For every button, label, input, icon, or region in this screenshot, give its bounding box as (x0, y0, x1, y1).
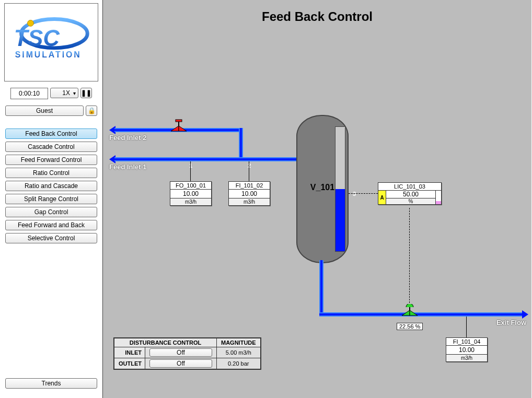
nav-feed-forward-control[interactable]: Feed Forward Control (5, 155, 97, 165)
inst-unit: m3/h (170, 198, 211, 205)
inlet1-pipe (114, 157, 297, 161)
link-vessel-to-lic (349, 193, 378, 194)
instrument-fi-101-02[interactable]: FI_101_02 10.00 m3/h (228, 181, 270, 206)
outlet-pipe-drop (319, 260, 323, 314)
outlet-valve-percent: 22.56 % (397, 323, 423, 330)
sim-speed-select[interactable]: 1X ▾ (50, 88, 78, 98)
dist-header-control: DISTURBANCE CONTROL (114, 338, 217, 347)
exit-flow-label: Exit Flow (496, 319, 526, 326)
dist-header-magnitude: MAGNITUDE (217, 338, 261, 347)
inst-unit: m3/h (229, 198, 270, 205)
nav-feed-back-control[interactable]: Feed Back Control (5, 128, 97, 139)
ctrl-mv-fill (436, 201, 441, 204)
inst-value: 10.00 (446, 346, 487, 354)
inst-tag: FI_101_04 (446, 338, 487, 346)
svg-marker-4 (171, 126, 179, 131)
tap-line-2 (249, 161, 250, 181)
lock-button[interactable]: 🔒 (86, 106, 97, 116)
inst-value: 10.00 (229, 190, 270, 198)
dist-outlet-magnitude: 0.20 bar (217, 358, 261, 369)
vessel-v101[interactable]: V_101 (296, 115, 349, 263)
instrument-fi-101-04[interactable]: FI_101_04 10.00 m3/h (446, 337, 488, 362)
chevron-down-icon: ▾ (73, 90, 76, 96)
page-title: Feed Back Control (103, 9, 531, 24)
nav-cascade-control[interactable]: Cascade Control (5, 142, 97, 152)
dist-outlet-toggle[interactable]: Off (149, 359, 212, 368)
pause-icon: ❚❚ (81, 89, 91, 97)
controller-lic-101-03[interactable]: LIC_101_03 A 50.00 % (378, 182, 442, 205)
inlet2-valve-closed-icon[interactable] (171, 119, 187, 134)
inst-value: 10.00 (170, 190, 211, 198)
ctrl-unit: % (386, 198, 435, 204)
outlet-arrow-icon (522, 310, 528, 319)
nav-ratio-control[interactable]: Ratio Control (5, 168, 97, 178)
level-gauge (335, 126, 345, 252)
user-button[interactable]: Guest (5, 106, 84, 116)
svg-marker-5 (179, 126, 187, 131)
link-lic-to-valve (409, 208, 410, 308)
pause-button[interactable]: ❚❚ (80, 88, 92, 98)
svg-marker-8 (402, 310, 410, 315)
nav-selective-control[interactable]: Selective Control (5, 233, 97, 243)
diagram-stage: Feed Back Control Feed Inlet 2 Feed Inle… (103, 0, 531, 398)
trends-button[interactable]: Trends (5, 378, 97, 389)
ctrl-value: 50.00 (386, 191, 435, 198)
inst-unit: m3/h (446, 354, 487, 361)
svg-text:TSC: TSC (14, 26, 60, 51)
tap-line-1 (190, 161, 191, 181)
nav-list: Feed Back Control Cascade Control Feed F… (5, 128, 97, 243)
svg-text:SIMULATION: SIMULATION (15, 50, 82, 59)
inst-tag: FI_101_02 (229, 182, 270, 190)
nav-gap-control[interactable]: Gap Control (5, 207, 97, 217)
sidebar: TSC SIMULATION 0:00:10 1X ▾ ❚❚ Guest 🔒 F… (0, 0, 103, 398)
dist-inlet-toggle[interactable]: Off (149, 348, 212, 357)
tap-line-4 (466, 317, 467, 337)
dist-inlet-magnitude: 5.00 m3/h (217, 347, 261, 358)
inlet1-label: Feed Inlet 1 (109, 163, 147, 171)
disturbance-table: DISTURBANCE CONTROL MAGNITUDE INLET Off … (113, 337, 261, 370)
ctrl-tag: LIC_101_03 (378, 183, 441, 191)
ctrl-mode: A (378, 191, 386, 204)
level-gauge-fill (336, 189, 345, 251)
dist-row-inlet-label: INLET (114, 347, 145, 358)
logo: TSC SIMULATION (4, 3, 98, 81)
tap-index-3: 3 (352, 191, 357, 197)
lock-icon: 🔒 (88, 107, 96, 114)
instrument-fo-100-01[interactable]: FO_100_01 10.00 m3/h (170, 181, 212, 206)
svg-rect-6 (176, 120, 182, 122)
svg-marker-9 (410, 310, 418, 315)
outlet-valve-icon[interactable] (402, 304, 418, 320)
nav-ratio-and-cascade[interactable]: Ratio and Cascade (5, 181, 97, 191)
nav-feed-forward-and-back[interactable]: Feed Forward and Back (5, 220, 97, 230)
inlet2-label: Feed Inlet 2 (109, 134, 147, 142)
outlet-pipe (319, 312, 523, 317)
inst-tag: FO_100_01 (170, 182, 211, 190)
sim-speed-value: 1X (62, 89, 70, 97)
inlet2-pipe-drop (239, 128, 243, 159)
ctrl-mv-bar (435, 191, 441, 204)
sim-time-readout: 0:00:10 (10, 88, 48, 99)
nav-split-range-control[interactable]: Split Range Control (5, 194, 97, 204)
dist-row-outlet-label: OUTLET (114, 358, 145, 369)
